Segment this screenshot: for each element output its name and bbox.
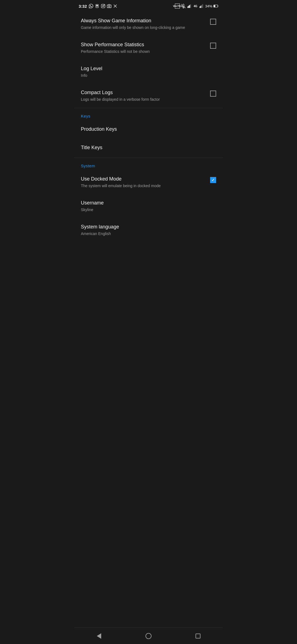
svg-rect-1 (96, 5, 98, 7)
settings-content: Always Show Game InformationGame informa… (74, 12, 223, 644)
settings-item-log-level[interactable]: Log LevelInfo (74, 60, 223, 84)
settings-item-title-use-docked-mode: Use Docked Mode (81, 176, 206, 182)
settings-item-text-use-docked-mode: Use Docked ModeThe system will emulate b… (81, 176, 206, 189)
checkbox-always-show-game-info[interactable] (210, 19, 216, 25)
settings-item-text-compact-logs: Compact LogsLogs will be displayed in a … (81, 89, 206, 102)
settings-item-subtitle-log-level: Info (81, 73, 216, 78)
svg-rect-16 (200, 6, 201, 8)
settings-item-use-docked-mode[interactable]: Use Docked ModeThe system will emulate b… (74, 170, 223, 194)
volte-icon: VoLTE2 (175, 4, 180, 9)
svg-rect-14 (190, 4, 191, 8)
settings-item-text-username: UsernameSkyline (81, 200, 216, 213)
settings-item-control-show-performance-stats[interactable] (210, 43, 216, 49)
status-left: 3:32 (79, 4, 118, 9)
settings-item-always-show-game-info[interactable]: Always Show Game InformationGame informa… (74, 12, 223, 36)
settings-item-text-system-language: System languageAmerican English (81, 224, 216, 237)
settings-item-title-system-language: System language (81, 224, 216, 230)
svg-rect-17 (201, 5, 202, 8)
settings-item-text-show-performance-stats: Show Performance StatisticsPerformance S… (81, 42, 206, 54)
status-time: 3:32 (79, 4, 87, 9)
recents-button[interactable] (190, 630, 206, 642)
svg-rect-12 (188, 6, 189, 8)
tools-icon (113, 4, 118, 9)
settings-item-text-log-level: Log LevelInfo (81, 66, 216, 78)
settings-item-production-keys[interactable]: Production Keys (74, 121, 223, 139)
settings-item-title-always-show-game-info: Always Show Game Information (81, 18, 206, 24)
sim-icon (95, 4, 100, 9)
signal2-icon (199, 4, 204, 9)
section-header-keys: Keys (74, 108, 223, 121)
settings-item-system-language[interactable]: System languageAmerican English (74, 218, 223, 242)
svg-rect-15 (200, 6, 200, 8)
status-bar: 3:32 (74, 0, 223, 12)
settings-item-username[interactable]: UsernameSkyline (74, 194, 223, 218)
status-right: VoLTE2 4G (175, 4, 218, 9)
svg-point-3 (102, 5, 104, 7)
instagram-icon (101, 4, 106, 9)
home-icon (145, 633, 152, 639)
mute-icon (181, 4, 186, 9)
settings-item-subtitle-show-performance-stats: Performance Statistics will not be shown (81, 49, 206, 54)
settings-item-subtitle-username: Skyline (81, 207, 216, 213)
svg-rect-13 (189, 5, 190, 8)
status-icons (89, 4, 118, 9)
back-icon (97, 633, 101, 639)
settings-item-control-always-show-game-info[interactable] (210, 19, 216, 25)
battery-icon (213, 4, 218, 9)
settings-item-text-always-show-game-info: Always Show Game InformationGame informa… (81, 18, 206, 31)
back-button[interactable] (91, 630, 107, 642)
checkbox-compact-logs[interactable] (210, 91, 216, 97)
svg-rect-11 (188, 6, 188, 8)
svg-rect-20 (218, 6, 218, 7)
settings-item-show-performance-stats[interactable]: Show Performance StatisticsPerformance S… (74, 36, 223, 60)
settings-item-title-log-level: Log Level (81, 66, 216, 72)
checkbox-show-performance-stats[interactable] (210, 43, 216, 49)
settings-item-subtitle-use-docked-mode: The system will emulate being in docked … (81, 183, 206, 189)
settings-item-text-production-keys: Production Keys (81, 126, 216, 133)
settings-item-title-production-keys: Production Keys (81, 126, 216, 132)
settings-item-title-title-keys: Title Keys (81, 144, 216, 151)
svg-rect-21 (214, 5, 215, 7)
svg-point-5 (108, 6, 110, 7)
section-header-system: System (74, 158, 223, 170)
settings-item-subtitle-compact-logs: Logs will be displayed in a verbose form… (81, 97, 206, 102)
svg-rect-2 (101, 4, 105, 8)
whatsapp-icon (89, 4, 94, 9)
settings-item-control-compact-logs[interactable] (210, 91, 216, 97)
settings-item-title-username: Username (81, 200, 216, 206)
signal-icon (187, 4, 192, 9)
settings-item-title-keys[interactable]: Title Keys (74, 139, 223, 157)
recents-icon (196, 634, 200, 638)
4g-icon: 4G (193, 4, 198, 9)
settings-item-text-title-keys: Title Keys (81, 144, 216, 152)
camera-icon (107, 4, 112, 9)
checkbox-use-docked-mode[interactable] (210, 177, 216, 183)
settings-item-title-show-performance-stats: Show Performance Statistics (81, 42, 206, 48)
home-button[interactable] (140, 630, 157, 642)
svg-rect-18 (202, 4, 203, 8)
settings-item-subtitle-system-language: American English (81, 231, 216, 237)
settings-item-control-use-docked-mode[interactable] (210, 177, 216, 183)
battery-percent: 34% (205, 4, 212, 8)
settings-item-subtitle-always-show-game-info: Game information will only be shown on l… (81, 25, 206, 31)
nav-bar (74, 627, 223, 644)
settings-item-compact-logs[interactable]: Compact LogsLogs will be displayed in a … (74, 84, 223, 108)
settings-item-title-compact-logs: Compact Logs (81, 89, 206, 96)
svg-point-4 (104, 5, 104, 5)
